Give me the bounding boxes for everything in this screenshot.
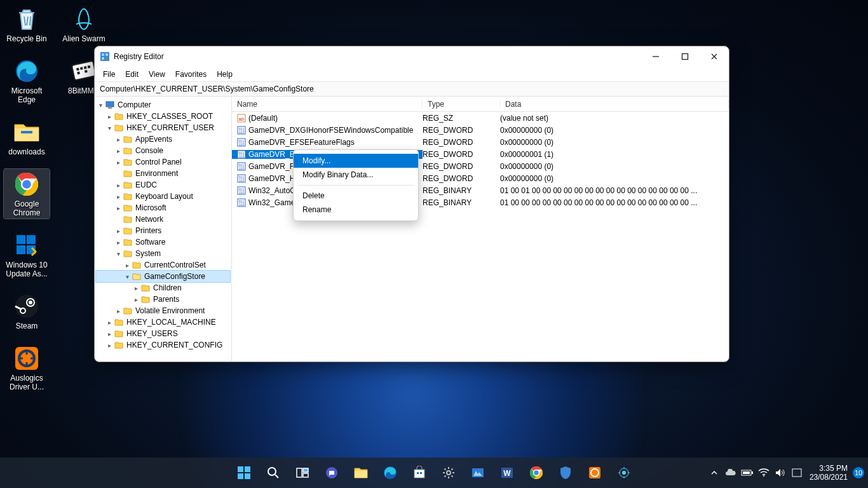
value-data: 0x00000000 (0) xyxy=(500,126,729,135)
tree-node-keyboard-layout[interactable]: ▸Keyboard Layout xyxy=(96,191,230,202)
tree-node-environment[interactable]: Environment xyxy=(96,168,230,179)
desktop-icon-win-update[interactable]: Windows 10 Update As... xyxy=(4,230,50,280)
search-button[interactable] xyxy=(261,460,286,485)
desktop-icon-recycle-bin[interactable]: Recycle Bin xyxy=(4,4,50,44)
tray-overflow-button[interactable] xyxy=(707,460,722,485)
start-button[interactable] xyxy=(231,460,257,485)
task-view-button[interactable] xyxy=(290,460,315,485)
svg-point-19 xyxy=(29,301,32,304)
menu-view[interactable]: View xyxy=(144,69,170,80)
folder-icon xyxy=(123,146,133,156)
tray-wifi-icon[interactable] xyxy=(756,460,771,485)
taskbar-chrome-icon[interactable] xyxy=(524,460,549,485)
notification-badge[interactable]: 10 xyxy=(853,467,864,478)
tree-node-printers[interactable]: ▸Printers xyxy=(96,225,230,236)
svg-rect-25 xyxy=(105,53,108,56)
taskbar-store-icon[interactable] xyxy=(407,460,432,485)
context-menu-rename[interactable]: Rename xyxy=(294,203,418,217)
desktop-icon-auslogics[interactable]: Auslogics Driver U... xyxy=(4,343,50,393)
tree-node-appevents[interactable]: ▸AppEvents xyxy=(96,133,230,145)
col-header-data[interactable]: Data xyxy=(500,100,729,109)
tree-node-network[interactable]: Network xyxy=(96,214,230,225)
edge-icon xyxy=(13,57,41,85)
taskbar-word-icon[interactable]: W xyxy=(494,460,520,485)
list-row[interactable]: 011110GameDVR_EFSEFeatureFlagsREG_DWORD0… xyxy=(232,136,729,148)
tree-node-computer[interactable]: ▾Computer xyxy=(96,99,230,111)
menu-file[interactable]: File xyxy=(98,69,119,80)
tree-node-software[interactable]: ▸Software xyxy=(96,236,230,248)
registry-tree[interactable]: ▾Computer ▸HKEY_CLASSES_ROOT ▾HKEY_CURRE… xyxy=(95,97,232,362)
tree-node-currentcontrolset[interactable]: ▸CurrentControlSet xyxy=(96,259,230,271)
binary-value-icon: 011110 xyxy=(237,138,246,147)
taskbar-chat-icon[interactable] xyxy=(319,460,344,485)
svg-text:110: 110 xyxy=(239,130,245,134)
col-header-name[interactable]: Name xyxy=(232,100,423,109)
menu-favorites[interactable]: Favorites xyxy=(171,69,211,80)
tree-node-control-panel[interactable]: ▸Control Panel xyxy=(96,156,230,168)
menu-help[interactable]: Help xyxy=(212,69,237,80)
tree-node-parents[interactable]: ▸Parents xyxy=(96,294,230,305)
context-menu-modify-binary[interactable]: Modify Binary Data... xyxy=(294,168,418,182)
svg-text:110: 110 xyxy=(239,166,245,170)
taskbar-clock[interactable]: 3:35 PM 23/08/2021 xyxy=(806,464,851,482)
folder-icon xyxy=(123,134,133,144)
tree-node-hklm[interactable]: ▸HKEY_LOCAL_MACHINE xyxy=(96,316,230,328)
taskbar-center: W xyxy=(231,460,637,485)
value-data: 0x00000001 (1) xyxy=(500,150,729,159)
svg-rect-80 xyxy=(743,471,750,474)
list-row[interactable]: ab(Default)REG_SZ(value not set) xyxy=(232,112,729,124)
tree-node-hkcc[interactable]: ▸HKEY_CURRENT_CONFIG xyxy=(96,339,230,351)
tree-node-hku[interactable]: ▸HKEY_USERS xyxy=(96,328,230,339)
svg-rect-14 xyxy=(27,235,36,244)
tray-language-icon[interactable] xyxy=(789,460,804,485)
minimize-button[interactable] xyxy=(641,46,670,67)
menu-edit[interactable]: Edit xyxy=(121,69,143,80)
desktop-icon-chrome[interactable]: Google Chrome xyxy=(4,169,50,219)
desktop-icon-downloads[interactable]: downloads xyxy=(4,117,50,158)
tree-node-hkcr[interactable]: ▸HKEY_CLASSES_ROOT xyxy=(96,111,230,122)
taskbar-app2-icon[interactable] xyxy=(582,460,607,485)
list-row[interactable]: 011110GameDVR_DXGIHonorFSEWindowsCompati… xyxy=(232,124,729,136)
taskbar-edge-icon[interactable] xyxy=(377,460,403,485)
desktop-icon-alien-swarm[interactable]: Alien Swarm xyxy=(61,4,107,44)
desktop-icon-label: Google Chrome xyxy=(5,200,48,217)
taskbar-app3-icon[interactable] xyxy=(611,460,637,485)
svg-rect-28 xyxy=(682,54,688,60)
context-menu-delete[interactable]: Delete xyxy=(294,189,418,203)
value-type: REG_BINARY xyxy=(423,186,500,195)
tree-node-console[interactable]: ▸Console xyxy=(96,145,230,156)
tree-node-hkcu[interactable]: ▾HKEY_CURRENT_USER xyxy=(96,122,230,133)
maximize-button[interactable] xyxy=(670,46,700,67)
folder-icon xyxy=(140,294,151,304)
desktop-icon-edge[interactable]: Microsoft Edge xyxy=(4,56,50,105)
close-button[interactable] xyxy=(700,46,729,67)
tree-node-gameconfigstore[interactable]: ▾GameConfigStore xyxy=(96,271,230,282)
desktop-icon-steam[interactable]: Steam xyxy=(4,291,50,332)
chrome-icon xyxy=(13,170,41,198)
value-type: REG_DWORD xyxy=(423,138,500,147)
svg-rect-60 xyxy=(303,468,308,472)
taskbar-settings-icon[interactable] xyxy=(436,460,461,485)
tree-node-eudc[interactable]: ▸EUDC xyxy=(96,179,230,191)
taskbar-security-icon[interactable] xyxy=(553,460,578,485)
svg-rect-6 xyxy=(77,71,80,74)
tree-node-microsoft[interactable]: ▸Microsoft xyxy=(96,202,230,214)
taskbar-explorer-icon[interactable] xyxy=(348,460,374,485)
col-header-type[interactable]: Type xyxy=(423,100,500,109)
tray-volume-icon[interactable] xyxy=(773,460,788,485)
folder-icon xyxy=(123,237,133,247)
titlebar[interactable]: Registry Editor xyxy=(95,46,729,67)
context-menu: Modify... Modify Binary Data... Delete R… xyxy=(293,149,419,221)
svg-rect-61 xyxy=(303,473,308,477)
tray-onedrive-icon[interactable] xyxy=(723,460,738,485)
address-bar[interactable]: Computer\HKEY_CURRENT_USER\System\GameCo… xyxy=(95,82,729,97)
tray-battery-icon[interactable] xyxy=(740,460,755,485)
menubar: File Edit View Favorites Help xyxy=(95,67,729,82)
taskbar-app-icon[interactable] xyxy=(465,460,491,485)
tree-node-children[interactable]: ▸Children xyxy=(96,282,230,294)
tree-node-volatile-environment[interactable]: ▸Volatile Environment xyxy=(96,305,230,316)
context-menu-modify[interactable]: Modify... xyxy=(294,154,418,168)
tree-node-system[interactable]: ▾System xyxy=(96,248,230,259)
svg-rect-30 xyxy=(108,107,112,109)
svg-rect-7 xyxy=(85,70,88,73)
